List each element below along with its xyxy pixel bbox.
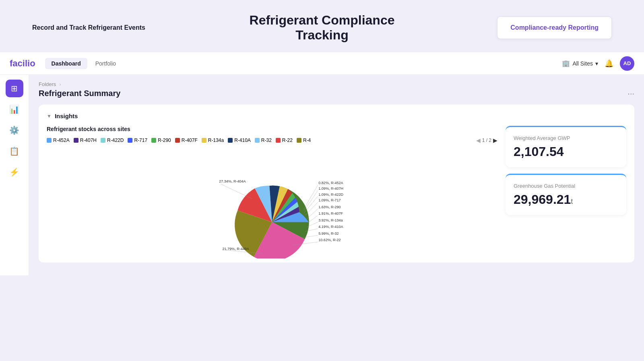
legend-page: 1 / 2 — [482, 137, 491, 143]
svg-line-2 — [303, 185, 318, 209]
legend-next-button[interactable]: ▶ — [493, 137, 497, 144]
sidebar-item-assets[interactable]: ⚙️ — [6, 121, 23, 139]
pie-chart-area: 27.34%, R-404A 21.79%, R-449A 0.82%, R-4… — [47, 150, 497, 254]
main-layout: ⊞ 📊 ⚙️ 📋 ⚡ Folders › Refrigerant Summary… — [0, 75, 644, 275]
svg-line-4 — [304, 196, 318, 213]
label-r290-pct: 1.63%, R-290 — [318, 205, 341, 209]
label-r717-pct: 1.09%, R-717 — [318, 198, 341, 202]
compliance-btn[interactable]: Compliance-ready Reporting — [497, 16, 612, 39]
legend-r134a: R-134a — [202, 137, 224, 143]
legend-dot-r134a — [202, 138, 206, 143]
more-options-button[interactable]: ··· — [627, 89, 634, 98]
legend-r22: R-22 — [276, 137, 293, 143]
sites-selector[interactable]: 🏢 All Sites ▾ — [562, 59, 598, 67]
tab-dashboard[interactable]: Dashboard — [45, 58, 87, 69]
record-track-text: Record and Track Refrigerant Events — [32, 24, 145, 31]
content-area: Folders › Refrigerant Summary ··· ▼ Insi… — [29, 75, 644, 275]
page-title: Refrigerant Summary — [39, 89, 120, 98]
collapse-chevron-icon: ▼ — [47, 113, 52, 119]
label-r404a: 27.34%, R-404A — [219, 179, 246, 183]
nav-bar: facilio Dashboard Portfolio 🏢 All Sites … — [0, 52, 644, 75]
legend-r407h: R-407H — [74, 137, 97, 143]
label-r32-pct: 5.99%, R-32 — [318, 232, 339, 236]
chart-row: Refrigerant stocks across sites R-452A R… — [47, 126, 626, 254]
svg-line-7 — [308, 215, 318, 223]
legend-row: R-452A R-407H R-422D R-717 — [47, 137, 497, 144]
label-r452a-pct: 0.82%, R-452A — [318, 181, 343, 185]
sidebar-item-home[interactable]: ⊞ — [6, 80, 23, 97]
banner-left: Record and Track Refrigerant Events — [32, 24, 225, 31]
breadcrumb-separator: › — [59, 81, 61, 87]
stat-card-ghg: Greenhouse Gas Potential 29,969.21t — [506, 174, 626, 215]
legend-dot-r410a — [228, 138, 233, 143]
legend-r32: R-32 — [255, 137, 272, 143]
legend-r410a: R-410A — [228, 137, 251, 143]
insights-header[interactable]: ▼ Insights — [47, 113, 626, 119]
svg-line-5 — [305, 202, 318, 215]
chart-panel: Refrigerant stocks across sites R-452A R… — [47, 126, 497, 254]
tab-portfolio[interactable]: Portfolio — [89, 58, 122, 69]
legend-dot-r407f — [175, 138, 180, 143]
svg-line-3 — [304, 191, 318, 211]
sites-label: All Sites — [572, 60, 593, 67]
insights-label: Insights — [55, 113, 78, 119]
legend-r4: R-4 — [297, 137, 311, 143]
legend-dot-r452a — [47, 138, 52, 143]
banner-right: Compliance-ready Reporting — [419, 16, 612, 39]
label-r407h-pct: 1.09%, R-407H — [318, 187, 343, 191]
top-banner: Record and Track Refrigerant Events Refr… — [0, 0, 644, 52]
legend-dot-r290 — [151, 138, 156, 143]
chevron-down-icon: ▾ — [595, 60, 598, 67]
legend-dot-r32 — [255, 138, 260, 143]
page-title-row: Refrigerant Summary ··· — [39, 89, 634, 98]
building-icon: 🏢 — [562, 59, 570, 67]
legend-prev-button[interactable]: ◀ — [476, 137, 481, 144]
gwp-label: Weighted Average GWP — [514, 135, 618, 141]
legend-dot-r4 — [297, 138, 301, 143]
label-r134a-pct: 3.92%, R-134a — [318, 218, 343, 222]
ghg-label: Greenhouse Gas Potential — [514, 183, 618, 189]
gwp-value: 2,107.54 — [514, 144, 618, 159]
banner-title: Refrigerant Compliance Tracking — [225, 13, 419, 43]
sidebar-item-reports[interactable]: 📋 — [6, 142, 23, 160]
sidebar-item-analytics[interactable]: 📊 — [6, 101, 23, 118]
svg-line-0 — [221, 184, 252, 199]
pie-chart-svg: 27.34%, R-404A 21.79%, R-449A 0.82%, R-4… — [131, 146, 413, 258]
stat-card-gwp: Weighted Average GWP 2,107.54 — [506, 126, 626, 167]
legend-r422d: R-422D — [101, 137, 124, 143]
notification-bell-icon[interactable]: 🔔 — [605, 59, 613, 68]
avatar[interactable]: AD — [620, 56, 634, 71]
nav-tabs: Dashboard Portfolio — [45, 58, 122, 69]
label-r449a: 21.79%, R-449A — [222, 247, 249, 251]
nav-right: 🏢 All Sites ▾ 🔔 AD — [562, 56, 634, 71]
ghg-value: 29,969.21t — [514, 192, 618, 207]
logo: facilio — [10, 58, 35, 69]
folders-link[interactable]: Folders — [39, 81, 56, 87]
chart-title: Refrigerant stocks across sites — [47, 126, 497, 132]
legend-r717: R-717 — [128, 137, 147, 143]
svg-line-6 — [307, 209, 318, 219]
stats-panel: Weighted Average GWP 2,107.54 Greenhouse… — [506, 126, 626, 215]
label-r422d-pct: 1.09%, R-422D — [318, 193, 343, 197]
legend-r407f: R-407F — [175, 137, 198, 143]
legend-r452a: R-452A — [47, 137, 70, 143]
insights-section: ▼ Insights Refrigerant stocks across sit… — [39, 105, 634, 263]
legend-dot-r407h — [74, 138, 78, 143]
legend-nav: ◀ 1 / 2 ▶ — [476, 137, 497, 144]
ghg-unit: t — [571, 197, 573, 205]
legend-dot-r22 — [276, 138, 281, 143]
breadcrumb: Folders › — [39, 81, 634, 87]
label-r22-pct: 10.62%, R-22 — [318, 238, 341, 242]
legend-dot-r717 — [128, 138, 132, 143]
sidebar: ⊞ 📊 ⚙️ 📋 ⚡ — [0, 75, 29, 275]
sidebar-item-settings[interactable]: ⚡ — [6, 163, 23, 181]
legend-r290: R-290 — [151, 137, 171, 143]
legend-dot-r422d — [101, 138, 105, 143]
label-r410a-pct: 4.19%, R-410A — [318, 225, 343, 229]
label-r407f-pct: 1.91%, R-407F — [318, 211, 343, 215]
